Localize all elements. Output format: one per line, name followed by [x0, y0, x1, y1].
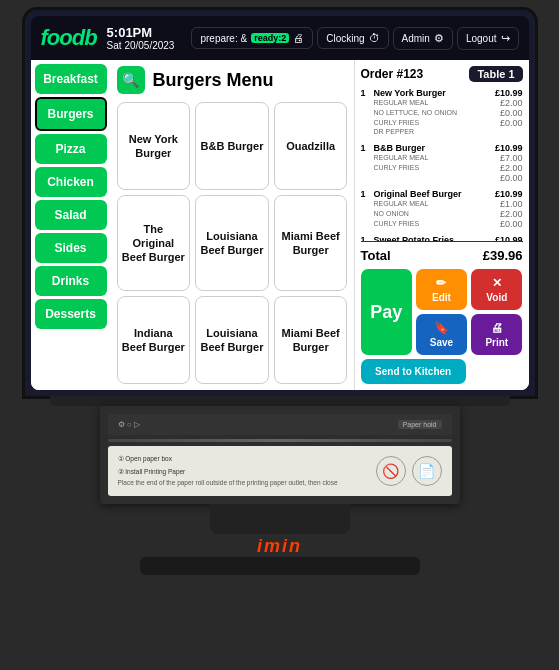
order-item-price: £10.99£7.00£2.00£0.00: [495, 143, 523, 183]
order-item-name: B&B Burger: [374, 143, 492, 153]
logout-button[interactable]: Logout ↪: [457, 27, 519, 50]
search-icon[interactable]: 🔍: [117, 66, 145, 94]
order-item-details: New York Burger REGULAR MEALNO LETTUCE, …: [374, 88, 492, 137]
edit-icon: ✏: [436, 276, 446, 290]
paper-slot: [108, 439, 452, 442]
current-date: Sat 20/05/2023: [107, 40, 175, 51]
edit-button[interactable]: ✏ Edit: [416, 269, 467, 310]
clocking-button[interactable]: Clocking ⏱: [317, 27, 388, 49]
menu-item-5[interactable]: Miami Beef Burger: [274, 195, 348, 292]
ready-count: ready:2: [251, 33, 289, 43]
order-item-mods: REGULAR MEALNO ONIONCURLY FRIES: [374, 199, 492, 228]
send-label: Send to Kitchen: [375, 366, 451, 377]
prepare-button[interactable]: prepare: & ready:2 🖨: [191, 27, 313, 49]
printer-top: ⚙ ○ ▷ Paper hold: [108, 414, 452, 435]
logo-group: foodb 5:01PM Sat 20/05/2023: [41, 25, 175, 51]
clocking-label: Clocking: [326, 33, 364, 44]
send-kitchen-button[interactable]: Send to Kitchen: [361, 359, 466, 384]
order-item-mods: REGULAR MEALCURLY FRIES: [374, 153, 492, 173]
admin-button[interactable]: Admin ⚙: [393, 27, 453, 50]
order-item-qty: 1: [361, 88, 371, 98]
admin-label: Admin: [402, 33, 430, 44]
printer-body: ⚙ ○ ▷ Paper hold ① Open paper box ② Inst…: [100, 406, 460, 504]
order-item-name: New York Burger: [374, 88, 492, 98]
sidebar-item-breakfast[interactable]: Breakfast: [35, 64, 107, 94]
order-item-2: 1 Original Beef Burger REGULAR MEALNO ON…: [361, 189, 523, 229]
menu-item-6[interactable]: Indiana Beef Burger: [117, 296, 191, 384]
top-bar: foodb 5:01PM Sat 20/05/2023 prepare: & r…: [31, 16, 529, 60]
imin-logo: imin: [257, 536, 302, 557]
menu-item-7[interactable]: Louisiana Beef Burger: [195, 296, 269, 384]
current-time: 5:01PM: [107, 25, 175, 40]
clock-icon: ⏱: [369, 32, 380, 44]
order-item-details: Original Beef Burger REGULAR MEALNO ONIO…: [374, 189, 492, 228]
order-item-qty: 1: [361, 189, 371, 199]
send-kitchen-row: Send to Kitchen: [361, 359, 523, 390]
total-label: Total: [361, 248, 391, 263]
stand-top: [50, 396, 510, 406]
printer-diagrams: 🚫 📄: [376, 454, 442, 488]
printer-controls: ⚙ ○ ▷: [118, 420, 140, 429]
menu-item-8[interactable]: Miami Beef Burger: [274, 296, 348, 384]
logout-label: Logout: [466, 33, 497, 44]
sidebar-item-salad[interactable]: Salad: [35, 200, 107, 230]
void-button[interactable]: ✕ Void: [471, 269, 522, 310]
prepare-label: prepare: &: [200, 33, 247, 44]
printer-text: ① Open paper box ② Install Printing Pape…: [118, 454, 368, 488]
order-item-0: 1 New York Burger REGULAR MEALNO LETTUCE…: [361, 88, 523, 137]
paper-label: Paper hold: [398, 420, 442, 429]
print-icon: 🖨: [491, 321, 503, 335]
gear-icon: ⚙: [434, 32, 444, 45]
pos-screen: foodb 5:01PM Sat 20/05/2023 prepare: & r…: [31, 16, 529, 390]
save-label: Save: [430, 337, 453, 348]
order-item-details: B&B Burger REGULAR MEALCURLY FRIES: [374, 143, 492, 173]
order-item-mods: REGULAR MEALNO LETTUCE, NO ONIONCURLY FR…: [374, 98, 492, 137]
table-badge: Table 1: [469, 66, 522, 82]
sidebar-item-desserts[interactable]: Desserts: [35, 299, 107, 329]
sidebar-item-pizza[interactable]: Pizza: [35, 134, 107, 164]
sidebar: Breakfast Burgers Pizza Chicken Salad Si…: [31, 60, 111, 390]
sidebar-item-chicken[interactable]: Chicken: [35, 167, 107, 197]
logout-icon: ↪: [501, 32, 510, 45]
action-buttons: ✏ Edit ✕ Void Pay 🔖 Save: [361, 269, 523, 359]
edit-label: Edit: [432, 292, 451, 303]
menu-item-2[interactable]: Ouadzilla: [274, 102, 348, 190]
printer-step1: ① Open paper box: [118, 454, 368, 464]
order-items: 1 New York Burger REGULAR MEALNO LETTUCE…: [361, 88, 523, 241]
sidebar-item-drinks[interactable]: Drinks: [35, 266, 107, 296]
screen-bezel: foodb 5:01PM Sat 20/05/2023 prepare: & r…: [25, 10, 535, 396]
menu-grid: New York Burger B&B Burger Ouadzilla The…: [117, 102, 348, 384]
stand-base: [140, 557, 420, 575]
save-icon: 🔖: [434, 321, 449, 335]
app-logo: foodb: [41, 25, 97, 51]
pay-button[interactable]: Pay: [361, 269, 412, 355]
print-button[interactable]: 🖨 Print: [471, 314, 522, 355]
menu-item-3[interactable]: The Original Beef Burger: [117, 195, 191, 292]
printer-step2: ② Install Printing Paper: [118, 467, 368, 477]
terminal: foodb 5:01PM Sat 20/05/2023 prepare: & r…: [20, 10, 540, 575]
void-label: Void: [486, 292, 507, 303]
main-area: Breakfast Burgers Pizza Chicken Salad Si…: [31, 60, 529, 390]
print-label: Print: [485, 337, 508, 348]
menu-title: Burgers Menu: [153, 70, 274, 91]
total-amount: £39.96: [483, 248, 523, 263]
menu-item-1[interactable]: B&B Burger: [195, 102, 269, 190]
order-total: Total £39.96: [361, 241, 523, 269]
order-panel: Order #123 Table 1 1 New York Burger REG…: [354, 60, 529, 390]
printer-step2-detail: Place the end of the paper roll outside …: [118, 478, 368, 488]
stand-neck: [210, 504, 350, 534]
order-number: Order #123: [361, 67, 424, 81]
order-item-price: £10.99£1.00£2.00£0.00: [495, 189, 523, 229]
menu-item-4[interactable]: Louisiana Beef Burger: [195, 195, 269, 292]
diagram-2: 📄: [412, 456, 442, 486]
diagram-1: 🚫: [376, 456, 406, 486]
order-item-qty: 1: [361, 143, 371, 153]
printer-icon: 🖨: [293, 32, 304, 44]
sidebar-item-burgers[interactable]: Burgers: [35, 97, 107, 131]
order-item-name: Original Beef Burger: [374, 189, 492, 199]
save-button[interactable]: 🔖 Save: [416, 314, 467, 355]
sidebar-item-sides[interactable]: Sides: [35, 233, 107, 263]
pay-label: Pay: [370, 302, 402, 323]
menu-item-0[interactable]: New York Burger: [117, 102, 191, 190]
order-item-price: £10.99£2.00£0.00£0.00: [495, 88, 523, 128]
